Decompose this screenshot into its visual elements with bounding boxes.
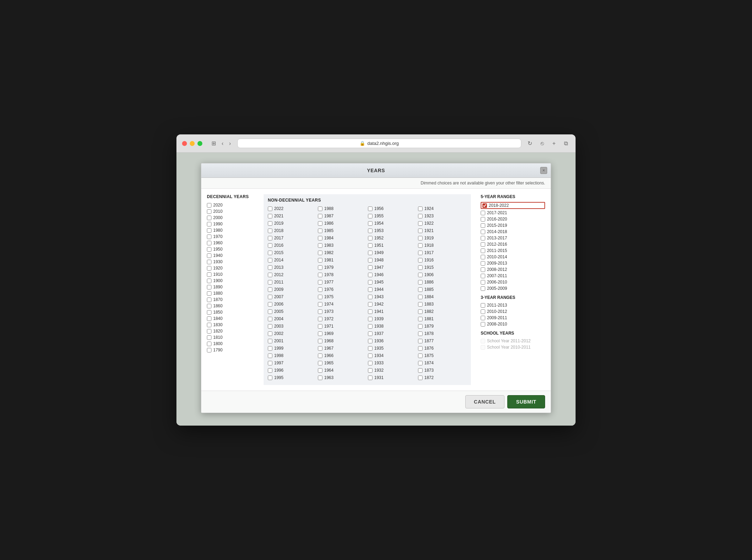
tabs-button[interactable]: ⧉ <box>562 140 570 147</box>
nondec-checkbox-1996[interactable] <box>268 368 272 373</box>
nondec-checkbox-2015[interactable] <box>268 251 272 255</box>
nondec-checkbox-1906[interactable] <box>418 273 423 277</box>
nondec-checkbox-1948[interactable] <box>368 258 372 262</box>
nondec-checkbox-1872[interactable] <box>418 376 423 380</box>
three-year-checkbox-2008-2010[interactable] <box>481 322 485 327</box>
back-button[interactable]: ‹ <box>220 140 225 147</box>
nondec-checkbox-2013[interactable] <box>268 265 272 270</box>
nondec-checkbox-1997[interactable] <box>268 361 272 365</box>
five-year-checkbox-2009-2013[interactable] <box>481 261 485 266</box>
five-year-checkbox-2018-2022[interactable] <box>482 203 487 208</box>
cancel-button[interactable]: CANCEL <box>465 395 505 408</box>
nondec-checkbox-1879[interactable] <box>418 324 423 329</box>
five-year-checkbox-2014-2018[interactable] <box>481 230 485 234</box>
decennial-checkbox-2020[interactable] <box>207 203 211 208</box>
nondec-checkbox-1947[interactable] <box>368 265 372 270</box>
five-year-checkbox-2006-2010[interactable] <box>481 280 485 285</box>
nondec-checkbox-1949[interactable] <box>368 251 372 255</box>
nondec-checkbox-1931[interactable] <box>368 376 372 380</box>
nondec-checkbox-1945[interactable] <box>368 280 372 285</box>
close-window-button[interactable] <box>182 141 187 146</box>
nondec-checkbox-1981[interactable] <box>318 258 322 262</box>
nondec-checkbox-1946[interactable] <box>368 273 372 277</box>
three-year-checkbox-2010-2012[interactable] <box>481 309 485 314</box>
decennial-checkbox-1960[interactable] <box>207 241 211 245</box>
nondec-checkbox-1915[interactable] <box>418 265 423 270</box>
nondec-checkbox-1886[interactable] <box>418 280 423 285</box>
nondec-checkbox-1918[interactable] <box>418 243 423 248</box>
decennial-checkbox-1850[interactable] <box>207 310 211 315</box>
nondec-checkbox-1972[interactable] <box>318 317 322 321</box>
nondec-checkbox-2012[interactable] <box>268 273 272 277</box>
decennial-checkbox-2000[interactable] <box>207 216 211 220</box>
nondec-checkbox-2003[interactable] <box>268 324 272 329</box>
nondec-checkbox-1977[interactable] <box>318 280 322 285</box>
decennial-checkbox-1880[interactable] <box>207 291 211 296</box>
nondec-checkbox-1932[interactable] <box>368 368 372 373</box>
nondec-checkbox-2006[interactable] <box>268 302 272 307</box>
nondec-checkbox-2021[interactable] <box>268 214 272 218</box>
nondec-checkbox-1937[interactable] <box>368 331 372 336</box>
five-year-checkbox-2012-2016[interactable] <box>481 242 485 247</box>
nondec-checkbox-1976[interactable] <box>318 287 322 292</box>
five-year-checkbox-2010-2014[interactable] <box>481 255 485 259</box>
nondec-checkbox-1971[interactable] <box>318 324 322 329</box>
five-year-checkbox-2011-2015[interactable] <box>481 248 485 253</box>
nondec-checkbox-1877[interactable] <box>418 339 423 343</box>
nondec-checkbox-1999[interactable] <box>268 346 272 351</box>
decennial-checkbox-1860[interactable] <box>207 304 211 308</box>
share-button[interactable]: ⎋ <box>538 140 546 147</box>
nondec-checkbox-1924[interactable] <box>418 206 423 211</box>
nondec-checkbox-1982[interactable] <box>318 251 322 255</box>
nondec-checkbox-2011[interactable] <box>268 280 272 285</box>
school-year-checkbox[interactable] <box>481 345 485 350</box>
nondec-checkbox-2005[interactable] <box>268 309 272 314</box>
decennial-checkbox-1970[interactable] <box>207 234 211 239</box>
five-year-checkbox-2015-2019[interactable] <box>481 223 485 228</box>
decennial-checkbox-1910[interactable] <box>207 272 211 277</box>
nondec-checkbox-1938[interactable] <box>368 324 372 329</box>
decennial-checkbox-1990[interactable] <box>207 222 211 226</box>
nondec-checkbox-2007[interactable] <box>268 295 272 299</box>
nondec-checkbox-1967[interactable] <box>318 346 322 351</box>
modal-close-button[interactable]: × <box>540 167 547 174</box>
nondec-checkbox-1939[interactable] <box>368 317 372 321</box>
five-year-checkbox-2016-2020[interactable] <box>481 217 485 222</box>
nondec-checkbox-1995[interactable] <box>268 376 272 380</box>
decennial-checkbox-1870[interactable] <box>207 298 211 302</box>
decennial-checkbox-1820[interactable] <box>207 329 211 334</box>
nondec-checkbox-1923[interactable] <box>418 214 423 218</box>
nondec-checkbox-2018[interactable] <box>268 229 272 233</box>
five-year-checkbox-2013-2017[interactable] <box>481 236 485 240</box>
nondec-checkbox-1934[interactable] <box>368 354 372 358</box>
nondec-checkbox-1998[interactable] <box>268 354 272 358</box>
nondec-checkbox-1943[interactable] <box>368 295 372 299</box>
five-year-checkbox-2007-2011[interactable] <box>481 274 485 278</box>
minimize-window-button[interactable] <box>190 141 195 146</box>
nondec-checkbox-1988[interactable] <box>318 206 322 211</box>
nondec-checkbox-1984[interactable] <box>318 236 322 240</box>
decennial-checkbox-2010[interactable] <box>207 209 211 214</box>
nondec-checkbox-1955[interactable] <box>368 214 372 218</box>
nondec-checkbox-1942[interactable] <box>368 302 372 307</box>
nondec-checkbox-1975[interactable] <box>318 295 322 299</box>
nondec-checkbox-1876[interactable] <box>418 346 423 351</box>
nondec-checkbox-1936[interactable] <box>368 339 372 343</box>
nondec-checkbox-1874[interactable] <box>418 361 423 365</box>
submit-button[interactable]: SUBMIT <box>507 395 545 408</box>
three-year-checkbox-2011-2013[interactable] <box>481 303 485 308</box>
nondec-checkbox-1922[interactable] <box>418 221 423 226</box>
school-year-checkbox[interactable] <box>481 339 485 343</box>
nondec-checkbox-1944[interactable] <box>368 287 372 292</box>
nondec-checkbox-1954[interactable] <box>368 221 372 226</box>
decennial-checkbox-1930[interactable] <box>207 260 211 264</box>
nondec-checkbox-2001[interactable] <box>268 339 272 343</box>
nondec-checkbox-2017[interactable] <box>268 236 272 240</box>
decennial-checkbox-1920[interactable] <box>207 266 211 271</box>
nondec-checkbox-1987[interactable] <box>318 214 322 218</box>
five-year-checkbox-2005-2009[interactable] <box>481 286 485 291</box>
nondec-checkbox-1974[interactable] <box>318 302 322 307</box>
nondec-checkbox-1985[interactable] <box>318 229 322 233</box>
nondec-checkbox-1921[interactable] <box>418 229 423 233</box>
nondec-checkbox-1979[interactable] <box>318 265 322 270</box>
